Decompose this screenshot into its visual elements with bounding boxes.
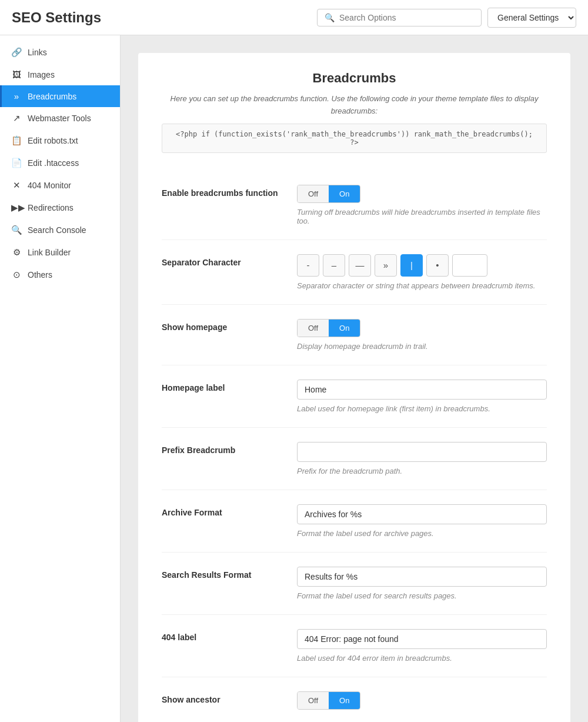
main-layout: 🔗 Links 🖼 Images » Breadcrumbs ↗ Webmast… (0, 35, 588, 722)
toggle-group-enable-breadcrumbs: OffOn (297, 185, 360, 203)
setting-help-search-results-format: Format the label used for search results… (297, 591, 547, 600)
sidebar-label-others: Others (28, 270, 52, 280)
sidebar-item-breadcrumbs[interactable]: » Breadcrumbs (0, 85, 120, 107)
sidebar-icon-redirections: ▶▶ (11, 202, 22, 213)
sidebar-icon-webmaster-tools: ↗ (11, 113, 22, 124)
settings-dropdown[interactable]: General SettingsTitles & MetaSitemapSoci… (487, 8, 576, 28)
sidebar-item-edit-htaccess[interactable]: 📄 Edit .htaccess (0, 152, 120, 174)
setting-control-homepage-label: Label used for homepage link (first item… (297, 380, 547, 413)
sidebar-item-redirections[interactable]: ▶▶ Redirections (0, 197, 120, 219)
toggle-btn-show-ancestor-on[interactable]: On (329, 692, 360, 709)
sidebar-label-links: Links (28, 48, 47, 57)
search-input[interactable] (339, 13, 474, 22)
sidebar-label-link-builder: Link Builder (28, 248, 71, 257)
text-input-prefix-breadcrumb[interactable] (297, 442, 547, 462)
sidebar-label-edit-htaccess: Edit .htaccess (28, 158, 79, 168)
toggle-group-show-ancestor: OffOn (297, 691, 360, 710)
setting-label-archive-format: Archive Format (162, 504, 279, 517)
sidebar-item-links[interactable]: 🔗 Links (0, 41, 120, 64)
sidebar-label-search-console: Search Console (28, 225, 86, 235)
setting-row-404-label: 404 labelLabel used for 404 error item i… (162, 615, 547, 677)
sidebar-icon-search-console: 🔍 (11, 225, 22, 235)
setting-control-search-results-format: Format the label used for search results… (297, 567, 547, 600)
sidebar-label-404-monitor: 404 Monitor (28, 181, 71, 190)
sidebar-label-edit-robots: Edit robots.txt (28, 136, 78, 145)
sidebar-icon-images: 🖼 (11, 69, 22, 79)
toggle-btn-enable-breadcrumbs-on[interactable]: On (329, 185, 360, 202)
setting-label-search-results-format: Search Results Format (162, 567, 279, 580)
sep-btn-1[interactable]: – (323, 254, 345, 277)
setting-help-show-homepage: Display homepage breadcrumb in trail. (297, 342, 547, 351)
sidebar-icon-links: 🔗 (11, 47, 22, 58)
sidebar-label-redirections: Redirections (28, 203, 74, 212)
sidebar-icon-breadcrumbs: » (11, 91, 22, 101)
sep-btn-4[interactable]: | (400, 254, 423, 277)
setting-label-separator-character: Separator Character (162, 254, 279, 267)
toggle-btn-show-homepage-on[interactable]: On (329, 320, 360, 337)
sidebar-item-search-console[interactable]: 🔍 Search Console (0, 219, 120, 241)
sep-custom-input[interactable] (452, 254, 487, 277)
code-block: <?php if (function_exists('rank_math_the… (162, 124, 547, 153)
setting-control-prefix-breadcrumb: Prefix for the breadcrumb path. (297, 442, 547, 475)
page-description: Here you can set up the breadcrumbs func… (162, 93, 547, 118)
search-bar-wrapper: 🔍 (317, 9, 482, 26)
sep-btn-5[interactable]: • (426, 254, 449, 277)
sep-btn-3[interactable]: » (375, 254, 397, 277)
separator-group: -–—»|• (297, 254, 547, 277)
text-input-archive-format[interactable] (297, 504, 547, 524)
sidebar-item-others[interactable]: ⊙ Others (0, 264, 120, 286)
toggle-btn-show-homepage-off[interactable]: Off (298, 320, 329, 337)
setting-label-prefix-breadcrumb: Prefix Breadcrumb (162, 442, 279, 455)
sidebar-label-images: Images (28, 70, 55, 79)
sidebar-item-edit-robots[interactable]: 📋 Edit robots.txt (0, 129, 120, 152)
sidebar: 🔗 Links 🖼 Images » Breadcrumbs ↗ Webmast… (0, 35, 121, 722)
setting-row-enable-breadcrumbs: Enable breadcrumbs functionOffOnTurning … (162, 171, 547, 240)
setting-label-show-homepage: Show homepage (162, 319, 279, 332)
toggle-btn-enable-breadcrumbs-off[interactable]: Off (298, 185, 329, 202)
sep-btn-2[interactable]: — (349, 254, 371, 277)
setting-row-prefix-breadcrumb: Prefix BreadcrumbPrefix for the breadcru… (162, 428, 547, 490)
setting-row-archive-format: Archive FormatFormat the label used for … (162, 490, 547, 553)
sidebar-item-images[interactable]: 🖼 Images (0, 64, 120, 85)
setting-label-homepage-label: Homepage label (162, 380, 279, 392)
sidebar-icon-edit-htaccess: 📄 (11, 158, 22, 168)
sidebar-icon-edit-robots: 📋 (11, 135, 22, 146)
text-input-404-label[interactable] (297, 629, 547, 649)
setting-row-show-homepage: Show homepageOffOnDisplay homepage bread… (162, 305, 547, 365)
toggle-group-show-homepage: OffOn (297, 319, 360, 337)
sidebar-item-link-builder[interactable]: ⚙ Link Builder (0, 241, 120, 264)
header-right: 🔍 General SettingsTitles & MetaSitemapSo… (317, 8, 576, 28)
search-icon: 🔍 (325, 13, 335, 22)
setting-help-404-label: Label used for 404 error item in breadcr… (297, 654, 547, 663)
setting-row-search-results-format: Search Results FormatFormat the label us… (162, 553, 547, 615)
setting-control-separator-character: -–—»|•Separator character or string that… (297, 254, 547, 290)
setting-help-homepage-label: Label used for homepage link (first item… (297, 404, 547, 413)
sep-btn-0[interactable]: - (297, 254, 319, 277)
setting-help-separator-character: Separator character or string that appea… (297, 281, 547, 290)
setting-row-show-ancestor: Show ancestorOffOn (162, 677, 547, 722)
setting-control-show-homepage: OffOnDisplay homepage breadcrumb in trai… (297, 319, 547, 351)
sidebar-item-webmaster-tools[interactable]: ↗ Webmaster Tools (0, 107, 120, 129)
content-card: Breadcrumbs Here you can set up the brea… (138, 53, 570, 722)
sidebar-label-webmaster-tools: Webmaster Tools (28, 114, 91, 123)
setting-label-enable-breadcrumbs: Enable breadcrumbs function (162, 185, 279, 198)
setting-label-404-label: 404 label (162, 629, 279, 642)
setting-control-show-ancestor: OffOn (297, 691, 547, 710)
text-input-homepage-label[interactable] (297, 380, 547, 400)
setting-control-archive-format: Format the label used for archive pages. (297, 504, 547, 538)
main-content: Breadcrumbs Here you can set up the brea… (121, 35, 588, 722)
app-title: SEO Settings (12, 9, 101, 26)
setting-help-prefix-breadcrumb: Prefix for the breadcrumb path. (297, 467, 547, 475)
sidebar-item-404-monitor[interactable]: ✕ 404 Monitor (0, 174, 120, 197)
text-input-search-results-format[interactable] (297, 567, 547, 587)
setting-help-enable-breadcrumbs: Turning off breadcrumbs will hide breadc… (297, 208, 547, 225)
sidebar-icon-link-builder: ⚙ (11, 247, 22, 258)
page-title: Breadcrumbs (162, 71, 547, 86)
settings-container: Enable breadcrumbs functionOffOnTurning … (162, 171, 547, 722)
setting-control-404-label: Label used for 404 error item in breadcr… (297, 629, 547, 663)
top-header: SEO Settings 🔍 General SettingsTitles & … (0, 0, 588, 35)
setting-control-enable-breadcrumbs: OffOnTurning off breadcrumbs will hide b… (297, 185, 547, 225)
setting-row-separator-character: Separator Character-–—»|•Separator chara… (162, 240, 547, 305)
sidebar-icon-404-monitor: ✕ (11, 180, 22, 191)
toggle-btn-show-ancestor-off[interactable]: Off (298, 692, 329, 709)
